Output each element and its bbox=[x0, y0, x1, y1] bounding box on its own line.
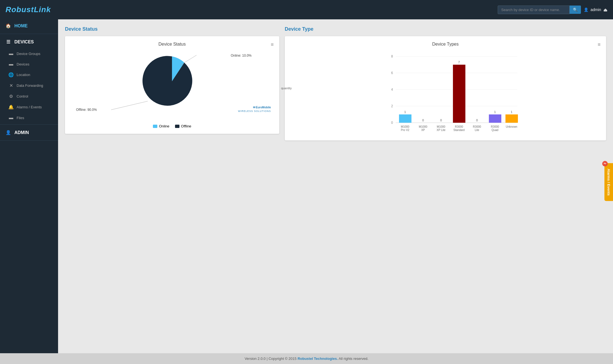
sidebar-item-devices[interactable]: ▬ Devices bbox=[0, 59, 58, 69]
offline-slice bbox=[143, 56, 192, 106]
legend-online: Online bbox=[153, 124, 169, 128]
svg-text:XP: XP bbox=[421, 129, 425, 132]
divider-home bbox=[0, 34, 58, 34]
bar-chart-wrapper: quantity 8 6 bbox=[290, 51, 601, 135]
control-icon: ⚙ bbox=[8, 94, 14, 99]
device-type-section-label: Device Type bbox=[285, 26, 606, 32]
admin-icon: 👤 bbox=[6, 130, 11, 135]
y-axis-label: quantity bbox=[281, 87, 292, 90]
data-forwarding-icon: ✕ bbox=[8, 83, 14, 88]
location-icon: 🌐 bbox=[8, 72, 14, 77]
bar-m1000-prov2 bbox=[399, 114, 411, 123]
device-status-panel: Device Status ≡ Online: 10.0% bbox=[65, 36, 279, 134]
footer-company: Robustel Technologies. bbox=[298, 357, 338, 361]
device-type-panel: Device Types ≡ quantity bbox=[285, 36, 606, 140]
divider-admin bbox=[0, 140, 58, 141]
bar-r3000-quad bbox=[489, 114, 501, 123]
home-icon: 🏠 bbox=[6, 23, 11, 28]
search-box: 🔍 bbox=[498, 6, 581, 14]
admin-label: ADMIN bbox=[14, 130, 29, 135]
sidebar-item-control[interactable]: ⚙ Control bbox=[0, 91, 58, 102]
dashboard-row: Device Status Device Status ≡ Online: 10… bbox=[65, 26, 606, 140]
svg-text:0: 0 bbox=[422, 119, 424, 122]
euromobile-line1: ✉ EuroMobile bbox=[253, 106, 271, 109]
bar-chart-svg: 8 6 4 2 bbox=[296, 51, 606, 134]
svg-text:Pro V2: Pro V2 bbox=[401, 129, 409, 132]
pie-chart-svg bbox=[142, 51, 202, 112]
sidebar-item-admin[interactable]: 👤 ADMIN bbox=[0, 126, 58, 139]
svg-text:1: 1 bbox=[511, 110, 512, 114]
username-label: admin bbox=[591, 7, 601, 12]
svg-text:2: 2 bbox=[391, 104, 393, 108]
app-layout: 🏠 HOME ☰ DEVICES ▬ Device Groups ▬ Devic… bbox=[0, 0, 613, 364]
device-type-chart-title: Device Types bbox=[290, 42, 601, 47]
device-type-section: Device Type Device Types ≡ quantity bbox=[285, 26, 606, 140]
svg-text:R3000: R3000 bbox=[473, 125, 481, 128]
alarms-label: Alarms / Events bbox=[17, 105, 42, 109]
logout-button[interactable]: ⏏ bbox=[603, 7, 607, 12]
sidebar: 🏠 HOME ☰ DEVICES ▬ Device Groups ▬ Devic… bbox=[0, 19, 58, 364]
sidebar-item-location[interactable]: 🌐 Location bbox=[0, 69, 58, 80]
files-label: Files bbox=[17, 116, 24, 120]
footer-rights: All rights reserved. bbox=[339, 357, 369, 361]
svg-text:1: 1 bbox=[404, 110, 406, 114]
offline-pie-label: Offline: 90.0% bbox=[76, 108, 97, 112]
search-icon: 🔍 bbox=[573, 7, 578, 12]
main-content: Device Status Device Status ≡ Online: 10… bbox=[58, 19, 613, 364]
device-groups-icon: ▬ bbox=[8, 51, 14, 56]
alarms-icon: 🔔 bbox=[8, 104, 14, 110]
search-input[interactable] bbox=[498, 6, 570, 14]
bar-unknown bbox=[505, 114, 518, 123]
svg-text:XP Lite: XP Lite bbox=[437, 129, 445, 132]
control-label: Control bbox=[17, 94, 28, 98]
alarms-tab[interactable]: 2 Alarms / Events bbox=[604, 163, 613, 201]
alarms-badge: 2 bbox=[602, 161, 608, 166]
euromobile-line2: WIRELESS SOLUTIONS bbox=[238, 110, 271, 112]
sidebar-item-devices[interactable]: ☰ DEVICES bbox=[0, 35, 58, 48]
online-pie-label: Online: 10.0% bbox=[231, 54, 251, 57]
svg-text:6: 6 bbox=[391, 71, 393, 75]
svg-text:Lite: Lite bbox=[475, 129, 479, 132]
legend-online-color bbox=[153, 125, 157, 128]
legend-offline: Offline bbox=[175, 124, 191, 128]
device-groups-label: Device Groups bbox=[17, 52, 40, 56]
header-right: 🔍 👤 admin ⏏ bbox=[498, 6, 607, 14]
files-icon: ▬ bbox=[8, 115, 14, 120]
svg-text:M1000: M1000 bbox=[401, 125, 409, 128]
svg-text:0: 0 bbox=[476, 119, 478, 122]
svg-text:R3000: R3000 bbox=[455, 125, 463, 128]
svg-text:M1000: M1000 bbox=[419, 125, 427, 128]
home-label: HOME bbox=[14, 23, 28, 28]
data-forwarding-label: Data Forwarding bbox=[17, 83, 43, 88]
svg-text:R3000: R3000 bbox=[491, 125, 499, 128]
devices-sub-label: Devices bbox=[17, 62, 29, 66]
legend: Online Offline bbox=[71, 124, 274, 128]
device-status-chart-title: Device Status bbox=[71, 42, 274, 47]
logo-text: RobustLink bbox=[6, 5, 51, 14]
devices-sub-menu: ▬ Device Groups ▬ Devices 🌐 Location ✕ D… bbox=[0, 48, 58, 123]
svg-text:0: 0 bbox=[440, 119, 442, 122]
footer-copyright: Copyright © 2015 bbox=[268, 357, 296, 361]
app-logo: RobustLink bbox=[6, 5, 51, 14]
alarms-tab-label: Alarms / Events bbox=[607, 169, 611, 196]
device-type-menu[interactable]: ≡ bbox=[598, 42, 601, 48]
svg-text:Standard: Standard bbox=[453, 129, 465, 132]
sidebar-item-home[interactable]: 🏠 HOME bbox=[0, 19, 58, 32]
svg-text:1: 1 bbox=[494, 110, 496, 114]
legend-online-label: Online bbox=[159, 124, 169, 128]
svg-text:Unknown: Unknown bbox=[506, 125, 517, 128]
svg-text:M1000: M1000 bbox=[437, 125, 445, 128]
devices-sub-icon: ▬ bbox=[8, 62, 14, 67]
sidebar-item-files[interactable]: ▬ Files bbox=[0, 112, 58, 123]
search-button[interactable]: 🔍 bbox=[570, 6, 581, 14]
svg-text:4: 4 bbox=[391, 88, 393, 91]
sidebar-item-alarms-events[interactable]: 🔔 Alarms / Events bbox=[0, 102, 58, 112]
bar-r3000-standard bbox=[453, 65, 465, 123]
device-status-menu[interactable]: ≡ bbox=[271, 42, 274, 48]
devices-label: DEVICES bbox=[14, 40, 34, 44]
sidebar-item-data-forwarding[interactable]: ✕ Data Forwarding bbox=[0, 80, 58, 91]
sidebar-item-device-groups[interactable]: ▬ Device Groups bbox=[0, 48, 58, 59]
divider-devices bbox=[0, 124, 58, 125]
pie-container: Online: 10.0% bbox=[71, 51, 274, 123]
user-icon: 👤 bbox=[584, 7, 588, 12]
